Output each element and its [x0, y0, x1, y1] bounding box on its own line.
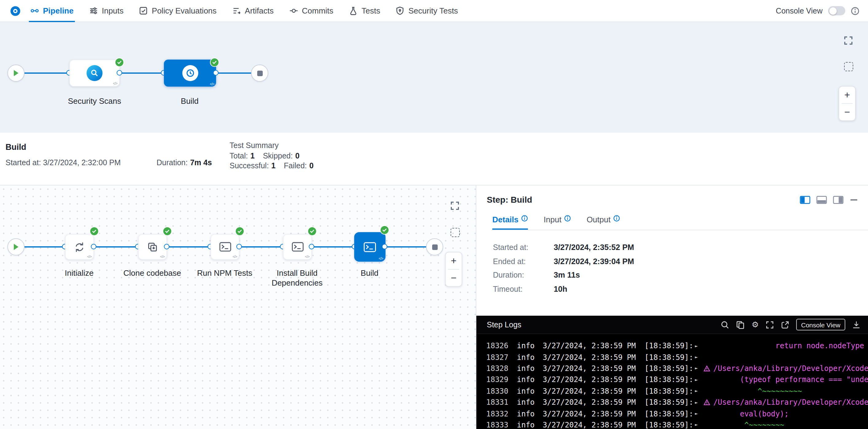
step-node-run-npm-tests[interactable]: </>	[211, 234, 239, 260]
fullscreen-icon[interactable]	[766, 320, 774, 329]
harness-logo[interactable]	[9, 4, 22, 18]
tab-inputs[interactable]: Inputs	[89, 0, 124, 22]
expand-arrow-icon[interactable]: ►	[695, 343, 704, 348]
tab-pipeline[interactable]: Pipeline	[30, 0, 74, 22]
detail-label: Ended at:	[493, 254, 554, 268]
search-icon[interactable]	[721, 320, 730, 329]
settings-gear-icon[interactable]: ⚙	[752, 320, 759, 329]
open-external-icon[interactable]	[781, 320, 789, 329]
log-line-number: 18333	[486, 421, 512, 429]
log-date: 3/27/2024, 2:38:59 PM	[542, 409, 641, 418]
layout-left-pane-icon[interactable]	[800, 195, 810, 204]
expand-arrow-icon[interactable]: ►	[695, 411, 704, 417]
stage-node-build[interactable]: </>	[164, 60, 216, 87]
log-line[interactable]: 18328 info 3/27/2024, 2:38:59 PM [18:38:…	[476, 363, 868, 374]
log-body[interactable]: 18326 info 3/27/2024, 2:38:59 PM [18:38:…	[476, 334, 868, 429]
step-logs-header: Step Logs ⚙ Console View	[476, 316, 868, 334]
log-line[interactable]: 18327 info 3/27/2024, 2:38:59 PM [18:38:…	[476, 351, 868, 363]
duration-text: Duration:7m 4s	[157, 158, 212, 167]
expand-arrow-icon[interactable]: ►	[695, 377, 704, 382]
selection-box-icon[interactable]	[844, 62, 853, 71]
failed-value: 0	[309, 161, 314, 170]
step-start-node[interactable]	[7, 238, 25, 255]
log-level: info	[517, 409, 538, 418]
expand-arrow-icon[interactable]: ►	[695, 400, 704, 405]
fullscreen-icon[interactable]	[450, 201, 460, 211]
download-icon[interactable]	[852, 320, 861, 329]
step-graph-canvas[interactable]: </> Initialize </> Clone codebase </> Ru…	[0, 185, 476, 429]
tab-commits[interactable]: Commits	[289, 0, 334, 22]
tab-label: Security Tests	[408, 6, 458, 16]
clone-icon	[147, 241, 158, 253]
log-line[interactable]: 18331 info 3/27/2024, 2:38:59 PM [18:38:…	[476, 397, 868, 408]
duration-label: Duration:	[157, 158, 188, 167]
security-scan-icon	[87, 65, 102, 81]
layout-bottom-pane-icon[interactable]	[816, 195, 827, 204]
step-node-label: Install Build Dependencies	[268, 268, 327, 288]
tab-label: Pipeline	[43, 6, 74, 16]
log-time: [18:38:59]:	[645, 421, 695, 429]
tab-artifacts[interactable]: Artifacts	[232, 0, 274, 22]
zoom-controls: + −	[839, 86, 856, 121]
zoom-in-button[interactable]: +	[445, 252, 462, 269]
node-port	[309, 244, 314, 249]
zoom-out-button[interactable]: −	[839, 104, 856, 120]
log-content: /Users/anka/Library/Developer/Xcode/De	[713, 398, 868, 406]
log-content: eval(body);	[713, 409, 868, 418]
pipeline-end-node[interactable]	[251, 64, 268, 82]
step-node-clone-codebase[interactable]: </>	[138, 234, 167, 260]
tab-policy-evaluations[interactable]: Policy Evaluations	[139, 0, 217, 22]
detail-row: Ended at: 3/27/2024, 2:39:04 PM	[493, 254, 868, 268]
step-panel-title: Step: Build	[487, 195, 800, 205]
terminal-icon	[291, 241, 304, 252]
expand-arrow-icon[interactable]: ►	[695, 366, 704, 371]
selection-box-icon[interactable]	[451, 228, 460, 237]
log-line[interactable]: 18326 info 3/27/2024, 2:38:59 PM [18:38:…	[476, 340, 868, 351]
tab-label: Input	[544, 215, 561, 224]
stage-node-security-scans[interactable]: </>	[69, 60, 120, 87]
zoom-in-button[interactable]: +	[839, 87, 856, 103]
tab-details[interactable]: Details	[492, 215, 528, 230]
tab-label: Tests	[362, 6, 380, 16]
code-chip: </>	[87, 255, 91, 258]
successful-value: 1	[271, 161, 276, 170]
step-node-initialize[interactable]: </>	[65, 234, 94, 260]
expand-arrow-icon[interactable]: ►	[695, 355, 704, 360]
pipeline-start-node[interactable]	[7, 64, 25, 82]
stage-graph-canvas[interactable]: </> Security Scans </> Build + −	[0, 22, 868, 133]
log-line[interactable]: 18333 info 3/27/2024, 2:38:59 PM [18:38:…	[476, 419, 868, 429]
info-icon	[613, 215, 620, 222]
expand-arrow-icon[interactable]: ►	[695, 422, 704, 428]
shield-icon	[396, 6, 405, 16]
console-view-toggle[interactable]	[828, 6, 845, 16]
skipped-value: 0	[295, 151, 300, 160]
terminal-icon	[363, 241, 376, 253]
zoom-out-button[interactable]: −	[445, 270, 462, 286]
expand-arrow-icon[interactable]: ►	[695, 389, 704, 394]
step-node-build[interactable]: </>	[355, 233, 385, 261]
log-level: info	[517, 341, 538, 350]
layout-right-pane-icon[interactable]	[833, 195, 843, 204]
tab-output[interactable]: Output	[587, 215, 620, 230]
minimize-panel-icon[interactable]	[849, 195, 858, 204]
play-icon	[13, 243, 19, 251]
step-end-node[interactable]	[426, 238, 443, 255]
log-line[interactable]: 18330 info 3/27/2024, 2:38:59 PM [18:38:…	[476, 386, 868, 397]
tab-security-tests[interactable]: Security Tests	[396, 0, 458, 22]
policy-check-icon	[139, 6, 148, 16]
stop-icon	[257, 70, 262, 76]
info-icon[interactable]	[851, 6, 859, 15]
console-view-button[interactable]: Console View	[796, 319, 845, 330]
tab-tests[interactable]: Tests	[349, 0, 380, 22]
total-label: Total:	[229, 151, 248, 160]
tab-input[interactable]: Input	[544, 215, 570, 230]
log-line[interactable]: 18329 info 3/27/2024, 2:38:59 PM [18:38:…	[476, 374, 868, 386]
step-node-install-build-dependencies[interactable]: </>	[283, 234, 312, 260]
node-port	[164, 244, 169, 249]
log-line-number: 18327	[486, 353, 512, 362]
detail-value: 3/27/2024, 2:39:04 PM	[554, 254, 634, 268]
fullscreen-icon[interactable]	[843, 36, 853, 45]
copy-icon[interactable]	[736, 320, 745, 329]
log-line[interactable]: 18332 info 3/27/2024, 2:38:59 PM [18:38:…	[476, 408, 868, 420]
log-time: [18:38:59]:	[645, 387, 695, 396]
